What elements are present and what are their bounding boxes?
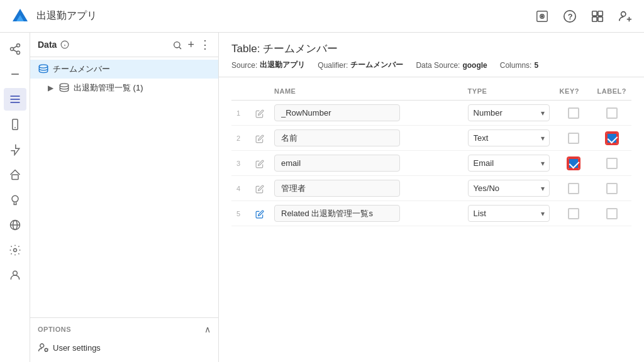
name-input[interactable] [274,129,400,146]
name-input[interactable] [274,180,400,197]
svg-line-18 [13,46,17,48]
label-checkbox[interactable] [606,183,618,194]
svg-point-38 [60,84,69,87]
svg-point-16 [16,51,19,54]
table-row: 2 NumberTextEmailYes/NoListDateDecimalLo… [231,126,631,151]
edit-cell [250,201,269,226]
meta-columns: Columns: 5 [500,61,538,70]
label-checkbox[interactable] [606,158,618,169]
type-select[interactable]: NumberTextEmailYes/NoListDateDecimalLong… [468,129,550,146]
col-key-header: KEY? [555,82,592,101]
key-cell [555,151,592,176]
meta-source: Source: 出退勤アプリ [231,60,305,70]
label-cell [592,201,631,226]
name-cell [269,101,463,126]
user-settings-item[interactable]: User settings [38,339,211,356]
type-select-wrapper: NumberTextEmailYes/NoListDateDecimalLong… [468,104,550,121]
expand-icon[interactable]: ▶ [48,84,53,92]
user-settings-icon [38,342,49,353]
sidebar-gear-icon[interactable] [4,239,26,261]
options-label: OPTIONS [38,326,71,333]
menu-icon[interactable]: ⋮ [199,39,211,50]
key-checkbox[interactable] [568,183,579,194]
data-panel: Data + ⋮ [30,33,219,362]
type-select-wrapper: NumberTextEmailYes/NoListDateDecimalLong… [468,129,550,146]
svg-point-4 [541,15,543,16]
user-settings-label: User settings [53,343,101,353]
label-cell [592,176,631,201]
label-checkbox[interactable] [606,208,618,219]
label-cell [592,151,631,176]
add-user-icon[interactable] [616,8,634,25]
col-label-header: LABEL? [592,82,631,101]
label-checkbox[interactable] [606,133,618,144]
col-edit-header [250,82,269,101]
sidebar-phone-icon[interactable] [4,113,26,136]
key-checkbox[interactable] [568,158,579,169]
add-icon[interactable]: + [187,39,194,50]
svg-point-11 [621,11,626,16]
sidebar-bulb-icon[interactable] [4,189,26,211]
type-select[interactable]: NumberTextEmailYes/NoListDateDecimalLong… [468,180,550,197]
tree-item-mgmt[interactable]: ▶ 出退勤管理一覧 (1) [30,79,218,97]
edit-cell [250,151,269,176]
svg-point-14 [16,44,19,47]
help-icon[interactable]: ? [561,8,579,25]
key-cell [555,126,592,151]
grid-icon[interactable] [589,8,606,25]
name-input[interactable] [274,104,400,121]
name-cell [269,151,463,176]
sidebar-list-icon[interactable] [4,88,26,111]
key-cell [555,101,592,126]
table-header: Table: チームメンバー Source: 出退勤アプリ Qualifier:… [219,33,644,77]
table-row: 5 NumberTextEmailYes/NoListDateDecimalLo… [231,201,631,226]
edit-icon[interactable] [255,183,264,193]
type-cell: NumberTextEmailYes/NoListDateDecimalLong… [463,151,555,176]
eye-icon[interactable] [533,8,551,25]
tree-item-team[interactable]: チームメンバー [30,60,218,79]
svg-point-31 [13,271,17,275]
name-input[interactable] [274,205,400,222]
label-checkbox[interactable] [606,107,618,119]
key-checkbox[interactable] [568,133,579,144]
svg-point-35 [174,41,180,47]
search-icon[interactable] [172,39,182,50]
edit-icon[interactable] [255,133,264,143]
meta-qualifier: Qualifier: チームメンバー [318,60,403,70]
type-select[interactable]: NumberTextEmailYes/NoListDateDecimalLong… [468,205,550,222]
options-header: OPTIONS ∧ [38,324,211,334]
sidebar-person-icon[interactable] [4,264,26,287]
key-checkbox[interactable] [568,208,579,219]
svg-line-36 [179,47,181,49]
tree-item-mgmt-label: 出退勤管理一覧 (1) [74,82,143,94]
type-select-wrapper: NumberTextEmailYes/NoListDateDecimalLong… [468,155,550,172]
type-select-wrapper: NumberTextEmailYes/NoListDateDecimalLong… [468,180,550,197]
type-cell: NumberTextEmailYes/NoListDateDecimalLong… [463,201,555,226]
edit-icon[interactable] [255,208,264,218]
key-checkbox[interactable] [568,107,579,119]
svg-text:?: ? [568,11,573,21]
name-cell [269,201,463,226]
sidebar-globe-icon[interactable] [4,214,26,236]
sidebar-minus-icon[interactable] [4,63,26,85]
type-select[interactable]: NumberTextEmailYes/NoListDateDecimalLong… [468,104,550,121]
table-header-row: NAME TYPE KEY? LABEL? [231,82,631,101]
row-number: 1 [231,101,250,126]
row-number: 2 [231,126,250,151]
type-cell: NumberTextEmailYes/NoListDateDecimalLong… [463,176,555,201]
tree-item-team-label: チームメンバー [53,63,110,75]
edit-icon[interactable] [255,107,264,118]
sidebar-home-icon[interactable] [4,163,26,186]
chevron-up-icon[interactable]: ∧ [204,324,211,334]
type-select[interactable]: NumberTextEmailYes/NoListDateDecimalLong… [468,155,550,172]
svg-point-37 [39,65,48,68]
sidebar-share-icon[interactable] [4,38,26,60]
edit-cell [250,126,269,151]
name-input[interactable] [274,155,400,172]
sidebar-bolt-icon[interactable] [4,138,26,161]
label-cell [592,101,631,126]
type-select-wrapper: NumberTextEmailYes/NoListDateDecimalLong… [468,205,550,222]
svg-rect-8 [598,11,602,15]
edit-icon[interactable] [255,158,264,168]
col-num-header [231,82,250,101]
